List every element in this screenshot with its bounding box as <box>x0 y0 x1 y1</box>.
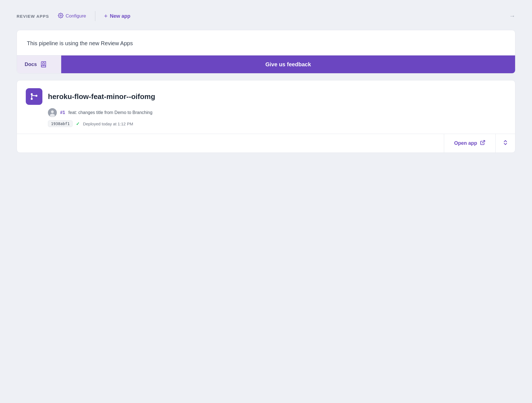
info-card-footer: Docs Give us feedback <box>17 55 515 73</box>
feedback-button[interactable]: Give us feedback <box>61 55 515 73</box>
header-divider <box>95 11 95 21</box>
header-bar: REVIEW APPS Configure + New app → <box>17 11 515 21</box>
new-app-button[interactable]: + New app <box>102 11 133 21</box>
app-title-row: heroku-flow-feat-minor--oifomg <box>26 88 506 105</box>
info-message: This pipeline is using the new Review Ap… <box>27 39 505 47</box>
pr-row: #1 feat: changes title from Demo to Bran… <box>26 108 506 117</box>
open-app-button[interactable]: Open app <box>444 134 495 153</box>
app-card-header: heroku-flow-feat-minor--oifomg #1 feat: … <box>17 80 515 134</box>
docs-button[interactable]: Docs <box>17 55 61 73</box>
app-name: heroku-flow-feat-minor--oifomg <box>48 92 155 101</box>
open-app-label: Open app <box>454 140 477 146</box>
app-card-footer-left <box>17 134 444 153</box>
check-icon: ✓ <box>76 121 80 126</box>
app-card-footer: Open app <box>17 134 515 153</box>
svg-point-3 <box>31 98 33 100</box>
svg-point-9 <box>50 114 55 117</box>
book-icon <box>40 61 47 68</box>
configure-label: Configure <box>66 13 86 19</box>
app-card: heroku-flow-feat-minor--oifomg #1 feat: … <box>17 80 515 153</box>
gear-icon <box>58 13 63 20</box>
deployed-text: Deployed today at 1:12 PM <box>83 121 133 126</box>
plus-icon: + <box>104 12 108 20</box>
pr-link[interactable]: #1 <box>60 110 65 115</box>
info-card: This pipeline is using the new Review Ap… <box>17 30 515 73</box>
configure-button[interactable]: Configure <box>56 12 88 21</box>
arrow-right-icon: → <box>509 12 515 20</box>
commit-hash: 1938abf1 <box>48 120 73 127</box>
info-card-body: This pipeline is using the new Review Ap… <box>17 30 515 47</box>
avatar <box>48 108 57 117</box>
docs-label: Docs <box>25 62 37 67</box>
svg-point-8 <box>51 110 54 113</box>
svg-point-0 <box>60 15 61 16</box>
review-apps-label: REVIEW APPS <box>17 14 49 19</box>
commit-row: 1938abf1 ✓ Deployed today at 1:12 PM <box>26 120 506 127</box>
pr-title: feat: changes title from Demo to Branchi… <box>68 110 152 115</box>
external-link-icon <box>480 140 485 147</box>
app-icon <box>26 88 42 105</box>
svg-point-4 <box>31 93 33 95</box>
chevron-updown-icon <box>502 140 508 147</box>
svg-line-10 <box>482 141 485 143</box>
expand-button[interactable] <box>495 134 515 153</box>
new-app-label: New app <box>110 13 130 19</box>
